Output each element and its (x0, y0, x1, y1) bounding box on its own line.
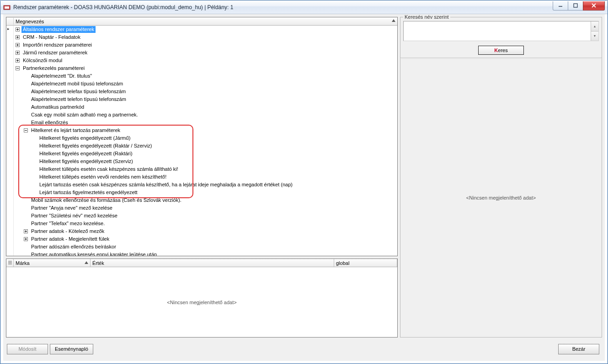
tree-row[interactable]: Csak egy mobil szám adható meg a partner… (6, 111, 397, 119)
row-gutter (7, 119, 14, 127)
grid-header: Márka Érték global (6, 259, 397, 267)
row-gutter (7, 103, 14, 111)
tree-item-label: Hitelkeret figyelés engedélyezett (Jármű… (38, 135, 132, 142)
tree-item-label: Hitelkeret figyelés engedélyezett (Raktá… (38, 142, 153, 149)
window-frame: Rendszer paraméterek - DOAS3 HUNGARIAN D… (0, 0, 608, 364)
row-gutter (7, 204, 14, 212)
tree-row[interactable]: Mobil számok ellenőrzése és formázása (C… (6, 196, 397, 204)
row-gutter (7, 220, 14, 227)
spin-buttons[interactable]: ▲ ▼ (591, 21, 598, 41)
expand-icon[interactable] (16, 27, 20, 32)
search-results-empty: <Nincsen megjeleníthető adat> (401, 58, 601, 337)
button-bar: Módosít Eseménynapló Bezár (6, 340, 602, 358)
titlebar[interactable]: Rendszer paraméterek - DOAS3 HUNGARIAN D… (0, 0, 608, 14)
tree-row[interactable]: Hitelkeret figyelés engedélyezett (Szerv… (6, 158, 397, 165)
grid-row-indicator-col[interactable] (6, 259, 14, 267)
search-button[interactable]: Keres (478, 46, 524, 55)
tree-row[interactable]: Hitelkeret figyelés engedélyezett (Raktá… (6, 150, 397, 158)
tree-row[interactable]: Hitelkeret túllépés esetén csak készpénz… (6, 165, 397, 173)
grid-col-ertek[interactable]: Érték (91, 259, 334, 267)
sort-ascending-icon (85, 261, 88, 264)
tree-item-label: Mobil számok ellenőrzése és formázása (C… (30, 197, 183, 204)
tree-row[interactable]: Kölcsönzői modul (6, 57, 397, 64)
tree-row[interactable]: Jármű rendszer paraméterek (6, 49, 397, 57)
row-gutter (7, 111, 14, 119)
event-log-button[interactable]: Eseménynapló (50, 344, 93, 354)
row-gutter (7, 134, 14, 142)
tree-row[interactable]: Partner adatok - Kötelező mezők (6, 227, 397, 235)
tree-item-label: Partnerkezelés paraméterei (21, 65, 86, 72)
tree-row[interactable]: Hitelkeret figyelés engedélyezett (Jármű… (6, 134, 397, 142)
svg-rect-1 (5, 6, 9, 9)
tree-item-label: CRM - Naptár - Feladatok (21, 34, 82, 41)
spin-up-icon[interactable]: ▲ (591, 21, 598, 32)
row-gutter (7, 26, 14, 33)
client-area: Megnevezés Általános rendszer paramétere… (3, 14, 605, 361)
tree-column-header[interactable]: Megnevezés (6, 17, 397, 26)
tree-row[interactable]: Importőri rendszer paraméterei (6, 41, 397, 49)
tree-item-label: Partner "Születési név" mező kezelése (30, 212, 119, 219)
minimize-button[interactable] (553, 1, 568, 11)
tree-row[interactable]: Általános rendszer paraméterek (6, 26, 397, 33)
tree-item-label: Partner "Telefax" mezo kezelése. (30, 220, 106, 227)
tree-row[interactable]: Hitelkeret és lejárt tartozás paramétere… (6, 127, 397, 134)
tree-item-label: Partner automatikus keresés ennyi karakt… (30, 251, 158, 256)
tree-item-label: Lejárt tartozás figyelmeztetés engedélye… (38, 189, 139, 196)
tree-item-label: Hitelkeret túllépés esetén vevői rendelé… (38, 174, 168, 180)
maximize-button[interactable] (568, 1, 583, 11)
tree-row[interactable]: Lejárt tartozás figyelmeztetés engedélye… (6, 189, 397, 196)
collapse-icon[interactable] (16, 66, 20, 70)
tree-row[interactable]: Email ellenőrzés (6, 119, 397, 127)
app-icon (3, 4, 11, 11)
tree-row[interactable]: Alapértelmezett telefon típusú telefonsz… (6, 95, 397, 103)
expand-icon[interactable] (16, 51, 20, 55)
tree-scroll-area[interactable]: Általános rendszer paraméterekCRM - Napt… (6, 26, 397, 256)
tree-row[interactable]: Lejárt tartozás esetén csak készpénzes s… (6, 181, 397, 189)
tree-row[interactable]: Automatikus partnerkód (6, 103, 397, 111)
search-button-rest: eres (498, 47, 507, 53)
tree-item-label: Hitelkeret figyelés engedélyezett (Szerv… (38, 158, 134, 165)
expand-icon[interactable] (16, 43, 20, 47)
tree-row[interactable]: Hitelkeret figyelés engedélyezett (Raktá… (6, 142, 397, 150)
spin-down-icon[interactable]: ▼ (591, 32, 598, 41)
row-gutter (7, 72, 14, 80)
tree-item-label: Alapértelmezett mobil típusú telefonszám (30, 80, 124, 87)
tree-item-label: Importőri rendszer paraméterei (21, 42, 93, 48)
tree-item-label: Partner adószám ellenőrzés beíráskor (30, 243, 117, 250)
tree-row[interactable]: Partner automatikus keresés ennyi karakt… (6, 251, 397, 256)
tree-row[interactable]: Hitelkeret túllépés esetén vevői rendelé… (6, 173, 397, 181)
tree-row[interactable]: CRM - Naptár - Feladatok (6, 33, 397, 41)
tree-row[interactable]: Alapértelmezett "Dr. titulus" (6, 72, 397, 80)
row-gutter (7, 33, 14, 41)
grid-col-marka[interactable]: Márka (14, 259, 91, 267)
row-gutter (7, 212, 14, 220)
tree-item-label: Partner "Anyja neve" mező kezelése (30, 205, 114, 211)
tree-row[interactable]: Partner "Telefax" mezo kezelése. (6, 220, 397, 227)
expand-icon[interactable] (24, 229, 28, 233)
close-button[interactable] (583, 1, 605, 11)
modify-button[interactable]: Módosít (7, 344, 48, 354)
search-input[interactable]: ▲ ▼ (403, 21, 599, 41)
tree-row[interactable]: Alapértelmezett telefax típusú telefonsz… (6, 88, 397, 95)
tree-item-label: Automatikus partnerkód (30, 104, 85, 111)
row-gutter (7, 95, 14, 103)
svg-rect-3 (574, 4, 577, 7)
expand-icon[interactable] (16, 35, 20, 39)
collapse-icon[interactable] (24, 128, 28, 132)
row-gutter (7, 196, 14, 204)
tree-item-label: Alapértelmezett telefon típusú telefonsz… (30, 96, 128, 103)
row-gutter (7, 227, 14, 235)
tree-row[interactable]: Partner "Születési név" mező kezelése (6, 212, 397, 220)
tree-item-label: Csak egy mobil szám adható meg a partner… (30, 111, 139, 118)
close-dialog-button[interactable]: Bezár (558, 344, 599, 354)
tree-item-label: Hitelkeret figyelés engedélyezett (Raktá… (38, 150, 134, 157)
tree-row[interactable]: Partner adószám ellenőrzés beíráskor (6, 243, 397, 251)
expand-icon[interactable] (16, 58, 20, 63)
tree-row[interactable]: Partner adatok - Megjelenített fülek (6, 235, 397, 243)
tree-row[interactable]: Partner "Anyja neve" mező kezelése (6, 204, 397, 212)
search-legend: Keresés név szerint (403, 14, 450, 20)
tree-row[interactable]: Alapértelmezett mobil típusú telefonszám (6, 80, 397, 88)
grid-col-global[interactable]: global (334, 259, 397, 267)
expand-icon[interactable] (24, 237, 28, 241)
tree-row[interactable]: Partnerkezelés paraméterei (6, 64, 397, 72)
